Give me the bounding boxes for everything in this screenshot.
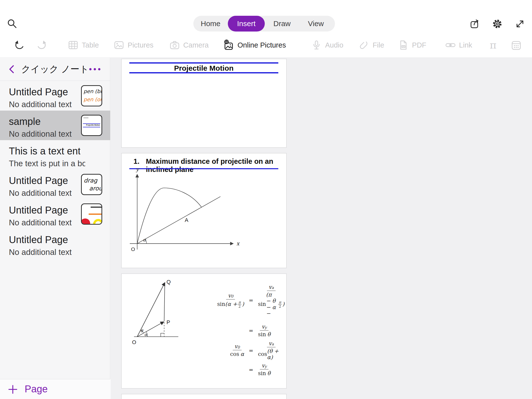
page-list-item[interactable]: Untitled Page No additional text xyxy=(0,199,110,229)
origin-label: O xyxy=(132,339,136,345)
point-a-label: A xyxy=(185,217,188,223)
add-page-label: Page xyxy=(25,383,48,395)
fullscreen-button[interactable] xyxy=(514,18,526,30)
search-button[interactable] xyxy=(7,18,18,29)
share-button[interactable] xyxy=(469,18,481,30)
page-list-item[interactable]: This is a text entered in... The text is… xyxy=(0,140,110,170)
thumb-ink-blob xyxy=(93,219,102,225)
angle-alpha-label: α xyxy=(143,237,146,242)
page-subtitle: The text is put in a box called... xyxy=(9,159,85,168)
page-thumbnail xyxy=(81,203,102,225)
pdf-icon: PDF xyxy=(398,40,409,50)
more-options-button[interactable] xyxy=(87,64,103,75)
insert-pdf-button[interactable]: PDF PDF xyxy=(398,40,426,50)
ribbon-tabs: Home Insert Draw View xyxy=(193,16,335,32)
page-title: This is a text entered in... xyxy=(9,146,80,157)
note-outline-vectors[interactable]: Q P O θ α v0 sin(α +π2) = xyxy=(121,273,287,389)
online-pictures-label: Online Pictures xyxy=(237,41,286,49)
undo-button[interactable] xyxy=(14,40,24,50)
page-thumbnail: Projectile Motion xyxy=(81,115,102,136)
insert-table-button[interactable]: Table xyxy=(68,40,99,50)
thumb-title-text: Projectile Motion xyxy=(86,124,100,126)
angle-alpha-label: α xyxy=(144,332,148,337)
file-label: File xyxy=(373,41,384,49)
thumb-ink-text: drag xyxy=(84,177,101,184)
top-chrome: Home Insert Draw View xyxy=(0,0,532,57)
page-subtitle: No additional text xyxy=(9,129,72,139)
axis-label-x: x xyxy=(236,241,240,247)
insert-online-pictures-button[interactable]: Online Pictures xyxy=(223,39,286,51)
pictures-label: Pictures xyxy=(128,41,153,49)
ink-rule xyxy=(129,72,278,73)
page-list-sidebar: クイック ノート Untitled Page No additional tex… xyxy=(0,57,110,399)
page-list: Untitled Page No additional text pen (bl… xyxy=(0,81,110,258)
thumb-ink-text: pen (ora xyxy=(83,96,101,104)
page-title: Untitled Page xyxy=(9,234,68,245)
page-list-item[interactable]: Untitled Page No additional text drag ar… xyxy=(0,170,110,199)
projectile-incline-diagram: y x O A α xyxy=(122,167,286,268)
thumb-ink-blob xyxy=(81,218,90,225)
link-label: Link xyxy=(459,41,472,49)
page-thumbnail: drag arou xyxy=(81,174,102,195)
thumb-ink-text: arou xyxy=(89,184,101,192)
page-list-item-selected[interactable]: sample No additional text Projectile Mot… xyxy=(0,111,110,140)
page-subtitle: No additional text xyxy=(9,218,72,227)
thumb-ink-stroke xyxy=(91,207,101,208)
pictures-icon xyxy=(114,40,124,50)
tab-home[interactable]: Home xyxy=(193,16,228,32)
page-list-item[interactable]: Untitled Page No additional text xyxy=(0,229,110,258)
tab-view[interactable]: View xyxy=(299,16,332,32)
equals-sign: = xyxy=(249,367,253,373)
velocity-triangle-diagram: Q P O θ α xyxy=(122,276,196,352)
insert-camera-button[interactable]: Camera xyxy=(169,40,209,50)
insert-equation-button[interactable]: π xyxy=(487,39,499,51)
insert-pictures-button[interactable]: Pictures xyxy=(114,40,153,50)
audio-label: Audio xyxy=(325,41,343,49)
settings-button[interactable] xyxy=(492,18,503,30)
thumb-rule xyxy=(83,123,100,124)
thumb-date-mark xyxy=(83,117,88,118)
page-list-item[interactable]: Untitled Page No additional text pen (bl… xyxy=(0,81,110,111)
equals-sign: = xyxy=(249,348,253,354)
sidebar-header: クイック ノート xyxy=(0,58,110,81)
point-q-label: Q xyxy=(166,279,171,285)
add-page-button[interactable]: Page xyxy=(0,379,110,399)
pi-glyph: π xyxy=(490,39,496,51)
pdf-label: PDF xyxy=(412,41,426,49)
note-outline-title[interactable]: Projectile Motion xyxy=(121,59,287,148)
back-button[interactable] xyxy=(7,64,18,75)
paperclip-icon xyxy=(359,40,369,50)
online-pictures-icon xyxy=(223,39,234,51)
page-title: Untitled Page xyxy=(9,86,68,98)
insert-audio-button[interactable]: Audio xyxy=(311,40,343,50)
tab-draw[interactable]: Draw xyxy=(265,16,299,32)
insert-file-button[interactable]: File xyxy=(359,40,384,50)
calendar-icon xyxy=(511,39,522,51)
audio-icon xyxy=(311,40,322,50)
undo-icon xyxy=(14,40,24,50)
equation-line-2: = vy sinθ xyxy=(204,324,286,337)
redo-button[interactable] xyxy=(37,40,48,50)
note-outline-next[interactable] xyxy=(121,394,287,399)
ellipsis-icon xyxy=(87,64,103,75)
note-outline-section[interactable]: 1. Maximum distance of projectile on an … xyxy=(121,153,287,268)
tab-insert[interactable]: Insert xyxy=(228,16,265,32)
thumb-ink-text: pen (bl xyxy=(83,87,101,96)
plus-icon xyxy=(7,384,18,395)
thumb-rule xyxy=(83,127,100,127)
page-subtitle: No additional text xyxy=(9,248,72,257)
camera-label: Camera xyxy=(183,41,209,49)
insert-link-button[interactable]: Link xyxy=(445,40,472,50)
insert-date-button[interactable] xyxy=(511,39,522,51)
note-title: Projectile Motion xyxy=(129,64,278,72)
equation-line-1: v0 sin(α +π2) = va sin(π − θ − α −π2) xyxy=(204,284,286,316)
page-title: Untitled Page xyxy=(9,175,68,186)
link-icon xyxy=(445,40,456,50)
insert-ribbon: Table Pictures Camera xyxy=(0,33,532,57)
pdf-badge-text: PDF xyxy=(401,46,405,48)
ink-rule xyxy=(129,62,278,64)
thumb-ink-stroke xyxy=(89,214,101,215)
equals-sign: = xyxy=(249,297,253,303)
note-canvas[interactable]: Projectile Motion 1. Maximum distance of… xyxy=(111,57,532,399)
page-thumbnail: pen (bl pen (ora xyxy=(81,85,102,106)
